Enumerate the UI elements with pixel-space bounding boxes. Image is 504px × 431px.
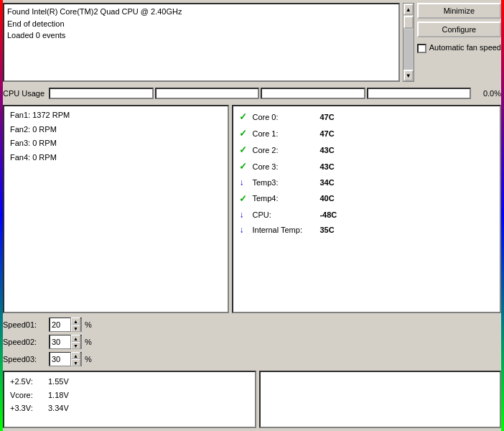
temp-value-2: 47C (319, 127, 334, 141)
scroll-down-button[interactable]: ▼ (403, 70, 414, 81)
speed-section: Speed01:▲▼%Speed02:▲▼%Speed03:▲▼% (3, 316, 501, 368)
scrollbar: ▲ ▼ (403, 3, 414, 82)
log-line-1: Found Intel(R) Core(TM)2 Quad CPU @ 2.40… (7, 6, 396, 18)
cpu-bar-3 (261, 88, 365, 99)
main-container: Found Intel(R) Core(TM)2 Quad CPU @ 2.40… (0, 0, 504, 431)
temp-name-5: Temp3: (252, 176, 317, 190)
speed-row-3: Speed03:▲▼% (3, 352, 501, 366)
speed-input-3[interactable] (50, 353, 70, 366)
fan-row-1: Fan1: 1372 RPM (10, 109, 222, 122)
speed-spinner-1: ▲▼ (70, 318, 80, 332)
top-section: Found Intel(R) Core(TM)2 Quad CPU @ 2.40… (3, 3, 501, 82)
configure-button[interactable]: Configure (417, 22, 501, 37)
arrow-down-icon: ↓ (239, 208, 249, 222)
voltage-value-1: 1.55V (48, 375, 69, 389)
cpu-bar-4 (367, 88, 471, 99)
temp-row-2: ✓Core 1:47C (239, 126, 494, 142)
voltage-label-2: Vcore: (10, 389, 42, 402)
temps-panel: ✓Core 0:47C✓Core 1:47C✓Core 2:43C✓Core 3… (232, 105, 501, 313)
speed-input-wrap-1: ▲▼ (49, 318, 82, 332)
temp-name-8: Internal Temp: (252, 223, 317, 237)
voltage-label-1: +2.5V: (10, 375, 42, 389)
check-icon: ✓ (239, 142, 249, 158)
temp-value-1: 47C (319, 111, 334, 124)
speed-input-1[interactable] (50, 318, 70, 331)
voltage-panel-empty (259, 371, 501, 428)
spinner-up-2[interactable]: ▲ (71, 335, 80, 342)
check-icon: ✓ (239, 191, 249, 207)
voltage-row-3: +3.3V:3.34V (10, 402, 249, 415)
voltage-panel: +2.5V:1.55VVcore:1.18V+3.3V:3.34V (3, 371, 256, 428)
arrow-down-icon: ↓ (239, 223, 249, 237)
temp-value-4: 43C (319, 160, 334, 174)
spinner-up-3[interactable]: ▲ (71, 352, 80, 359)
speed-spinner-3: ▲▼ (70, 352, 80, 366)
fan-row-2: Fan2: 0 RPM (10, 124, 222, 136)
check-icon: ✓ (239, 126, 249, 142)
speed-input-wrap-3: ▲▼ (49, 352, 82, 366)
cpu-bar-1 (49, 88, 153, 99)
spinner-down-3[interactable]: ▼ (71, 359, 80, 366)
speed-label-3: Speed03: (3, 355, 46, 363)
temp-name-4: Core 3: (252, 160, 317, 174)
percent-sign-1: % (85, 320, 92, 329)
temp-row-4: ✓Core 3:43C (239, 159, 494, 175)
cpu-bar-2 (155, 88, 259, 99)
voltage-row-1: +2.5V:1.55V (10, 375, 249, 389)
speed-label-1: Speed01: (3, 320, 46, 329)
voltage-section: +2.5V:1.55VVcore:1.18V+3.3V:3.34V (3, 371, 501, 428)
cpu-usage-row: CPU Usage 0.0% (3, 85, 501, 102)
voltage-row-2: Vcore:1.18V (10, 389, 249, 402)
temp-value-8: 35C (319, 223, 334, 237)
temp-value-5: 34C (319, 176, 334, 190)
buttons-panel: Minimize Configure Automatic fan speed (417, 3, 501, 82)
check-icon: ✓ (239, 109, 249, 125)
temp-row-5: ↓Temp3:34C (239, 175, 494, 190)
fan-row-3: Fan3: 0 RPM (10, 137, 222, 150)
temp-row-8: ↓Internal Temp:35C (239, 223, 494, 237)
percent-sign-3: % (85, 355, 92, 363)
scrollbar-thumb[interactable] (403, 16, 414, 29)
cpu-usage-label: CPU Usage (3, 89, 45, 98)
scroll-up-button[interactable]: ▲ (403, 4, 414, 15)
fans-panel: Fan1: 1372 RPMFan2: 0 RPMFan3: 0 RPMFan4… (3, 105, 229, 313)
log-line-3: Loaded 0 events (7, 29, 396, 42)
speed-row-2: Speed02:▲▼% (3, 335, 501, 349)
temp-value-3: 43C (319, 144, 334, 157)
cpu-percent: 0.0% (475, 89, 501, 98)
speed-input-wrap-2: ▲▼ (49, 335, 82, 349)
temp-name-6: Temp4: (252, 192, 317, 205)
minimize-button[interactable]: Minimize (417, 3, 501, 19)
speed-input-2[interactable] (50, 335, 70, 348)
temp-value-6: 40C (319, 192, 334, 205)
temp-name-2: Core 1: (252, 127, 317, 141)
cpu-bars (49, 88, 471, 99)
temp-name-3: Core 2: (252, 144, 317, 157)
temp-row-1: ✓Core 0:47C (239, 109, 494, 125)
temp-row-7: ↓CPU:-48C (239, 208, 494, 222)
voltage-value-3: 3.34V (48, 402, 69, 415)
temp-value-7: -48C (319, 208, 337, 222)
check-icon: ✓ (239, 159, 249, 175)
speed-label-2: Speed02: (3, 338, 46, 346)
speed-row-1: Speed01:▲▼% (3, 318, 501, 332)
temp-name-1: Core 0: (252, 111, 317, 124)
temp-name-7: CPU: (252, 208, 317, 222)
log-area: Found Intel(R) Core(TM)2 Quad CPU @ 2.40… (3, 3, 400, 82)
voltage-value-2: 1.18V (48, 389, 69, 402)
percent-sign-2: % (85, 338, 92, 346)
auto-fan-checkbox[interactable] (417, 44, 426, 53)
arrow-down-icon: ↓ (239, 175, 249, 190)
scrollbar-track (403, 29, 414, 70)
log-line-2: End of detection (7, 18, 396, 30)
voltage-label-3: +3.3V: (10, 402, 42, 415)
spinner-down-1[interactable]: ▼ (71, 325, 80, 332)
temp-row-6: ✓Temp4:40C (239, 191, 494, 207)
speed-spinner-2: ▲▼ (70, 335, 80, 349)
spinner-up-1[interactable]: ▲ (71, 318, 80, 325)
auto-fan-row: Automatic fan speed (417, 43, 501, 53)
temp-row-3: ✓Core 2:43C (239, 142, 494, 158)
fan-row-4: Fan4: 0 RPM (10, 152, 222, 164)
spinner-down-2[interactable]: ▼ (71, 342, 80, 349)
middle-section: Fan1: 1372 RPMFan2: 0 RPMFan3: 0 RPMFan4… (3, 105, 501, 313)
